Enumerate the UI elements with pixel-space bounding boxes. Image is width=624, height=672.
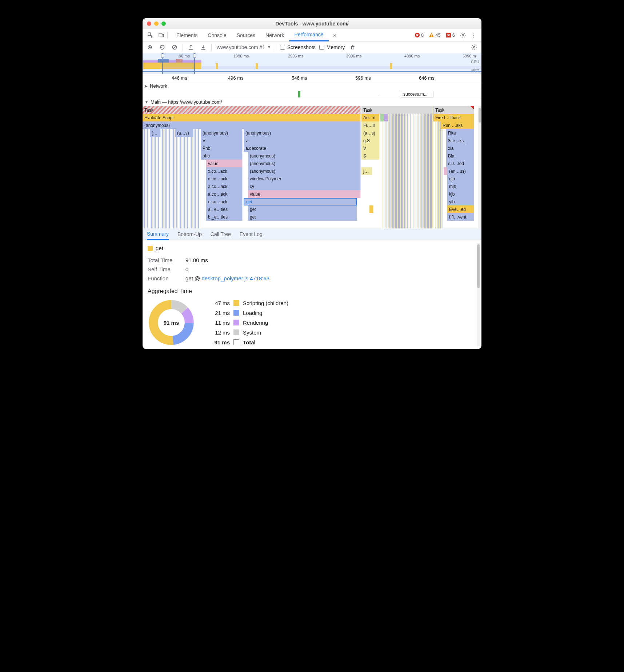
self-time-key: Self Time xyxy=(148,266,178,272)
svg-rect-1 xyxy=(159,33,162,37)
flame-bar[interactable] xyxy=(369,205,373,213)
flame-bar[interactable]: Task xyxy=(433,106,474,114)
function-source-link[interactable]: desktop_polymer.js:4718:63 xyxy=(201,275,269,281)
flame-bar[interactable]: get xyxy=(248,213,357,221)
tab-console[interactable]: Console xyxy=(203,29,231,41)
flame-bar[interactable]: j… xyxy=(361,167,372,175)
overview-selection[interactable] xyxy=(162,53,195,74)
flame-bar[interactable]: mjb xyxy=(447,183,474,190)
screenshots-checkbox[interactable]: Screenshots xyxy=(280,44,316,50)
flame-bar[interactable]: Evaluate Script xyxy=(143,114,361,121)
flame-bar[interactable]: Run …sks xyxy=(441,121,474,129)
timeline-overview[interactable]: 96 ms 1996 ms 2996 ms 3996 ms 4996 ms 59… xyxy=(143,53,481,74)
blocked-badge[interactable]: 6 xyxy=(444,32,457,38)
flame-bar[interactable]: (anonymous) xyxy=(248,167,361,175)
flame-bar[interactable]: Task xyxy=(143,106,361,114)
flame-bar[interactable]: g.S xyxy=(361,137,380,144)
flame-bar[interactable]: (anonymous) xyxy=(201,129,243,137)
tab-summary[interactable]: Summary xyxy=(147,228,169,240)
flame-bar[interactable]: (anonymous) xyxy=(143,121,361,129)
download-profile-icon[interactable] xyxy=(199,43,208,52)
flame-bar[interactable]: a.decorate xyxy=(244,144,361,152)
tab-sources[interactable]: Sources xyxy=(232,29,260,41)
warnings-badge[interactable]: 45 xyxy=(427,32,442,38)
flame-bar[interactable]: value xyxy=(206,160,243,167)
flame-bar[interactable]: Fu…ll xyxy=(361,121,380,129)
flame-bar[interactable]: xla xyxy=(446,144,474,152)
network-request-bar[interactable] xyxy=(298,91,300,97)
flame-bar[interactable]: (a…s) xyxy=(175,129,193,137)
flame-bar[interactable]: (anonymous) xyxy=(248,152,361,160)
flame-bar[interactable]: (… xyxy=(150,129,161,137)
flame-bar[interactable]: v xyxy=(244,137,361,144)
flame-scrollbar[interactable] xyxy=(478,106,481,228)
flame-bar-selected[interactable]: get xyxy=(244,198,357,205)
network-request-bar[interactable]: success.m... xyxy=(401,91,433,97)
flame-bar[interactable]: Eve…ed xyxy=(447,205,474,213)
flame-bar[interactable]: (anonymous) xyxy=(248,160,361,167)
record-button-icon[interactable] xyxy=(145,43,154,52)
more-tabs-icon[interactable]: » xyxy=(330,31,340,40)
clear-button-icon[interactable] xyxy=(170,43,179,52)
flame-bar[interactable]: $i.e…ks_ xyxy=(446,137,474,144)
tab-bottom-up[interactable]: Bottom-Up xyxy=(177,228,202,240)
flame-bar[interactable]: a.co…ack xyxy=(206,190,243,198)
settings-icon[interactable] xyxy=(458,31,468,40)
expand-icon: ▶ xyxy=(145,84,148,88)
flame-bar[interactable]: value xyxy=(248,190,361,198)
legend-ms: 11 ms xyxy=(209,320,230,326)
flame-bar[interactable]: cy xyxy=(248,183,361,190)
flame-bar[interactable]: (anonymous) xyxy=(244,129,361,137)
flame-bar[interactable]: window.Polymer xyxy=(248,175,361,183)
flame-bar[interactable]: e.co…ack xyxy=(206,198,243,205)
flame-bar[interactable]: b._e…ties xyxy=(206,213,243,221)
flame-bar[interactable]: Rka xyxy=(446,129,474,137)
flame-bar[interactable]: Task xyxy=(361,106,432,114)
main-lane-header[interactable]: ▼ Main — https://www.youtube.com/ xyxy=(143,98,481,106)
flame-bar[interactable]: S xyxy=(361,152,380,160)
flame-chart[interactable]: Task Task Task Evaluate Script An…d Fire… xyxy=(143,106,481,228)
flame-bar[interactable]: yib xyxy=(447,198,474,205)
flame-bar[interactable]: a._e…ties xyxy=(206,205,243,213)
network-request-bar[interactable] xyxy=(379,94,401,94)
network-lane-header[interactable]: ▶ Network xyxy=(143,82,481,90)
flame-bar[interactable]: a.co…ack xyxy=(206,183,243,190)
flame-bar[interactable]: x.co…ack xyxy=(206,167,243,175)
flame-bar[interactable]: Phb xyxy=(201,144,243,152)
kebab-menu-icon[interactable]: ⋮ xyxy=(469,31,479,40)
tab-call-tree[interactable]: Call Tree xyxy=(211,228,231,240)
summary-scrollbar[interactable] xyxy=(477,243,480,346)
flame-bar[interactable]: Fire I…llback xyxy=(433,114,474,121)
flame-bar[interactable]: qjb xyxy=(447,175,474,183)
flame-bar[interactable]: (a…s) xyxy=(361,129,380,137)
target-selector[interactable]: www.youtube.com #1 ▼ xyxy=(215,44,272,50)
tab-event-log[interactable]: Event Log xyxy=(240,228,263,240)
svg-rect-17 xyxy=(216,63,218,69)
flame-bar[interactable]: An…d xyxy=(361,114,380,121)
tab-elements[interactable]: Elements xyxy=(171,29,203,41)
upload-profile-icon[interactable] xyxy=(187,43,195,52)
device-toolbar-icon[interactable] xyxy=(156,31,166,40)
flame-bar[interactable]: get xyxy=(248,205,357,213)
inspect-element-icon[interactable] xyxy=(145,31,155,40)
errors-badge[interactable]: 8 xyxy=(413,32,425,38)
tab-performance[interactable]: Performance xyxy=(289,29,328,41)
flame-bar[interactable]: Bla xyxy=(446,152,474,160)
flame-bar[interactable]: V xyxy=(361,144,380,152)
flame-bar[interactable]: (an…us) xyxy=(447,167,474,175)
flame-bar[interactable]: e.J…led xyxy=(446,160,474,167)
flame-bar[interactable] xyxy=(384,114,388,121)
flame-bar[interactable]: d.co…ack xyxy=(206,175,243,183)
time-ruler[interactable]: 446 ms 496 ms 546 ms 596 ms 646 ms xyxy=(143,74,481,82)
flame-bar[interactable]: f.fi…vent xyxy=(447,213,474,221)
flame-bar[interactable]: phb xyxy=(201,152,243,160)
ruler-tick: 496 ms xyxy=(228,75,244,81)
network-lane[interactable]: success.m... xyxy=(143,90,481,98)
flame-bar[interactable]: kjb xyxy=(447,190,474,198)
reload-button-icon[interactable] xyxy=(158,43,167,52)
capture-settings-icon[interactable] xyxy=(470,43,479,52)
flame-bar[interactable]: V xyxy=(201,137,243,144)
memory-checkbox[interactable]: Memory xyxy=(319,44,345,50)
tab-network[interactable]: Network xyxy=(260,29,289,41)
collect-garbage-icon[interactable] xyxy=(348,43,357,52)
